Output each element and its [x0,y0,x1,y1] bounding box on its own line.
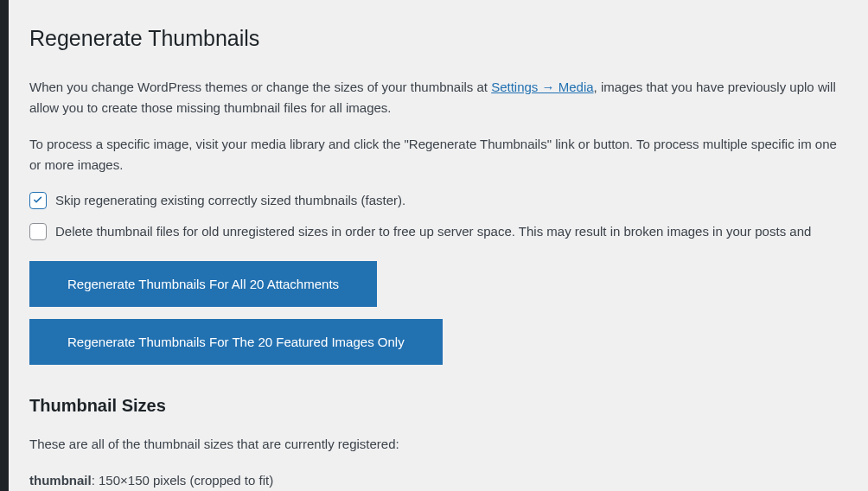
label-delete-old: Delete thumbnail files for old unregiste… [55,222,811,242]
size-detail: : 150×150 pixels (cropped to fit) [92,473,274,488]
regenerate-all-button[interactable]: Regenerate Thumbnails For All 20 Attachm… [29,261,377,307]
intro-paragraph-2: To process a specific image, visit your … [29,134,851,175]
checkbox-delete-old[interactable] [29,223,47,240]
intro-text-1b: , images that you have previously uplo [594,80,814,94]
intro-text-1a: When you change WordPress themes or chan… [29,80,491,94]
check-icon [31,194,45,207]
sizes-description: These are all of the thumbnail sizes tha… [29,434,851,455]
option-delete-old-row: Delete thumbnail files for old unregiste… [29,222,851,242]
page-content: Regenerate Thumbnails When you change Wo… [9,0,868,491]
page-title: Regenerate Thumbnails [29,24,851,53]
size-item-thumbnail: thumbnail: 150×150 pixels (cropped to fi… [29,470,851,491]
intro-paragraph-1: When you change WordPress themes or chan… [29,77,851,118]
settings-media-link[interactable]: Settings → Media [491,80,593,94]
size-name: thumbnail [29,473,92,488]
option-skip-existing-row: Skip regenerating existing correctly siz… [29,191,851,211]
button-group: Regenerate Thumbnails For All 20 Attachm… [29,261,851,377]
admin-sidebar [0,0,9,491]
label-skip-existing: Skip regenerating existing correctly siz… [55,191,405,211]
regenerate-featured-button[interactable]: Regenerate Thumbnails For The 20 Feature… [29,319,443,365]
checkbox-skip-existing[interactable] [29,192,47,209]
thumbnail-sizes-heading: Thumbnail Sizes [29,392,851,418]
